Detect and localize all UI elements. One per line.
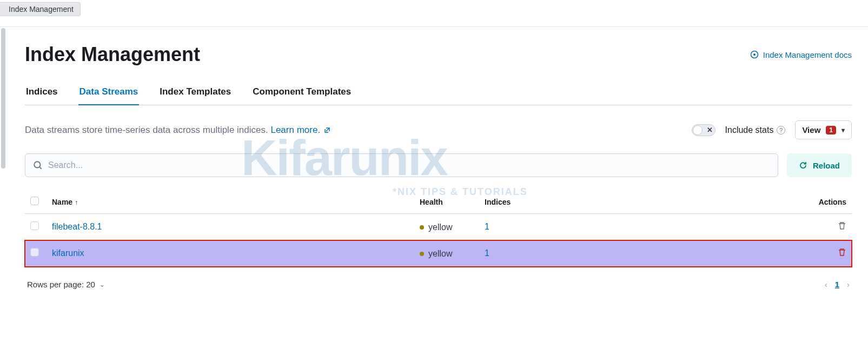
include-stats-toggle[interactable]: ✕ bbox=[692, 124, 715, 136]
view-dropdown[interactable]: View 1 ▾ bbox=[795, 120, 852, 139]
close-icon: ✕ bbox=[707, 126, 713, 134]
stream-name-link[interactable]: kifarunix bbox=[52, 248, 84, 258]
reload-label: Reload bbox=[813, 161, 840, 170]
reload-button[interactable]: Reload bbox=[787, 153, 852, 177]
help-icon bbox=[750, 50, 759, 59]
row-checkbox[interactable] bbox=[30, 221, 39, 230]
health-cell: yellow bbox=[420, 249, 452, 259]
health-cell: yellow bbox=[420, 223, 452, 232]
breadcrumb[interactable]: Index Management bbox=[0, 2, 81, 16]
chevron-down-icon: ⌄ bbox=[100, 281, 105, 288]
page-title: Index Management bbox=[25, 43, 200, 66]
learn-more-link[interactable]: Learn more. bbox=[270, 125, 330, 135]
stream-name-link[interactable]: filebeat-8.8.1 bbox=[52, 222, 102, 231]
include-stats-label: Include stats ? bbox=[725, 125, 786, 135]
view-label: View bbox=[802, 125, 820, 134]
breadcrumb-label: Index Management bbox=[9, 5, 74, 14]
tab-index-templates[interactable]: Index Templates bbox=[158, 81, 232, 105]
table-row: filebeat-8.8.1 yellow 1 bbox=[25, 214, 852, 240]
description: Data streams store time-series data acro… bbox=[25, 125, 330, 136]
tab-component-templates[interactable]: Component Templates bbox=[251, 81, 352, 105]
breadcrumb-bar: Index Management bbox=[0, 0, 868, 27]
search-row: Reload bbox=[25, 153, 852, 177]
vertical-scrollbar[interactable] bbox=[0, 28, 6, 347]
search-input[interactable] bbox=[48, 160, 770, 170]
row-checkbox[interactable] bbox=[30, 248, 39, 257]
info-icon[interactable]: ? bbox=[777, 126, 785, 134]
select-all-checkbox[interactable] bbox=[30, 197, 39, 205]
rows-per-page-label: Rows per page: 20 bbox=[27, 280, 95, 289]
page-body: Kifarunix *NIX TIPS & TUTORIALS Index Ma… bbox=[9, 27, 868, 350]
sort-up-icon: ↑ bbox=[75, 199, 78, 206]
health-dot-icon bbox=[420, 225, 424, 230]
page-header: Index Management Index Management docs bbox=[25, 43, 852, 66]
column-header-actions: Actions bbox=[809, 190, 852, 214]
column-header-indices[interactable]: Indices bbox=[479, 190, 809, 214]
data-streams-table: Name ↑ Health Indices Actions filebeat-8… bbox=[25, 190, 852, 267]
column-header-name[interactable]: Name ↑ bbox=[47, 190, 414, 214]
popout-icon bbox=[324, 127, 330, 133]
right-controls: ✕ Include stats ? View 1 ▾ bbox=[692, 120, 852, 139]
description-text: Data streams store time-series data acro… bbox=[25, 125, 270, 135]
search-box[interactable] bbox=[25, 153, 778, 177]
subheader: Data streams store time-series data acro… bbox=[25, 120, 852, 139]
page-number[interactable]: 1 bbox=[835, 280, 839, 289]
tabs: Indices Data Streams Index Templates Com… bbox=[25, 81, 852, 105]
search-icon bbox=[33, 160, 43, 170]
trash-icon bbox=[838, 221, 846, 230]
tab-indices[interactable]: Indices bbox=[25, 81, 59, 105]
table-row: kifarunix yellow 1 bbox=[25, 240, 852, 267]
table-footer: Rows per page: 20 ⌄ ‹ 1 › bbox=[25, 267, 852, 289]
prev-page-button[interactable]: ‹ bbox=[825, 280, 827, 289]
delete-button[interactable] bbox=[838, 221, 846, 230]
reload-icon bbox=[799, 161, 807, 170]
rows-per-page-dropdown[interactable]: Rows per page: 20 ⌄ bbox=[27, 280, 105, 289]
docs-link[interactable]: Index Management docs bbox=[750, 50, 852, 59]
chevron-down-icon: ▾ bbox=[842, 126, 845, 134]
next-page-button[interactable]: › bbox=[847, 280, 850, 289]
delete-button[interactable] bbox=[838, 248, 846, 257]
column-header-health[interactable]: Health bbox=[414, 190, 479, 214]
docs-link-label: Index Management docs bbox=[763, 50, 852, 59]
health-dot-icon bbox=[420, 252, 424, 256]
indices-link[interactable]: 1 bbox=[485, 248, 489, 258]
indices-link[interactable]: 1 bbox=[485, 222, 489, 231]
trash-icon bbox=[838, 248, 846, 257]
svg-point-2 bbox=[34, 161, 40, 167]
tab-data-streams[interactable]: Data Streams bbox=[78, 81, 140, 105]
view-count-badge: 1 bbox=[826, 126, 836, 134]
svg-point-1 bbox=[753, 53, 756, 56]
pager: ‹ 1 › bbox=[825, 280, 850, 289]
